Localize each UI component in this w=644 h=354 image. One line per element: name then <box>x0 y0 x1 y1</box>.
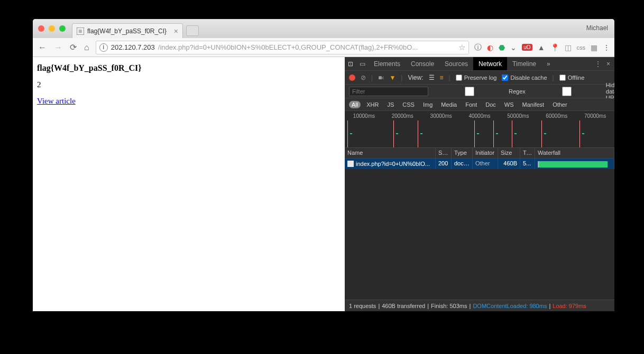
site-info-icon[interactable]: i <box>99 43 108 52</box>
minimize-window-icon[interactable] <box>49 25 55 32</box>
clear-button[interactable]: ⊘ <box>361 74 366 81</box>
tick: 20000ms <box>383 113 422 119</box>
back-button[interactable]: ← <box>37 43 48 52</box>
bookmark-icon[interactable]: ☆ <box>458 43 465 52</box>
status-transferred: 460B transferred <box>382 303 425 309</box>
page-body: flag{W4f_bY_paSS_f0R_CI} 2 View article <box>33 57 345 311</box>
tick: 50000ms <box>499 113 537 119</box>
type-js[interactable]: JS <box>384 101 397 108</box>
type-ws[interactable]: WS <box>502 101 517 108</box>
browser-tab[interactable]: 🗎 flag{W4f_bY_paSS_f0R_CI} × <box>72 23 183 38</box>
ublock-icon[interactable]: ◐ <box>487 43 493 52</box>
status-finish: Finish: 503ms <box>431 303 467 309</box>
tab-bar: 🗎 flag{W4f_bY_paSS_f0R_CI} × Michael <box>33 19 614 38</box>
tick: 70000ms <box>576 113 614 119</box>
url-input[interactable]: i 202.120.7.203/index.php?id=0+UN%0bION+… <box>96 41 470 54</box>
browser-window: 🗎 flag{W4f_bY_paSS_f0R_CI} × Michael ← →… <box>33 19 614 311</box>
address-bar: ← → ⟳ ⌂ i 202.120.7.203/index.php?id=0+U… <box>33 38 614 57</box>
type-xhr[interactable]: XHR <box>364 101 381 108</box>
home-button[interactable]: ⌂ <box>83 43 90 52</box>
ext-icon-3[interactable]: ▦ <box>591 43 597 52</box>
extension-icons: ⓘ ◐ ⬣ ⌄ uO ▲ 📍 ◫ css ▦ ⋮ <box>474 43 610 52</box>
tab-timeline[interactable]: Timeline <box>507 57 541 70</box>
location-icon[interactable]: 📍 <box>550 43 559 52</box>
noscript-icon[interactable]: ⓘ <box>474 43 482 52</box>
tick: 30000ms <box>422 113 461 119</box>
request-table: index.php?id=0+UN%0bIO... 200 docu... Ot… <box>345 159 614 300</box>
waterfall-bar <box>538 161 608 167</box>
pocket-icon[interactable]: ⌄ <box>510 43 517 52</box>
adblock-icon[interactable]: uO <box>522 44 532 51</box>
type-css[interactable]: CSS <box>400 101 417 108</box>
tick: 40000ms <box>461 113 499 119</box>
type-all[interactable]: All <box>349 101 361 108</box>
col-type[interactable]: Type <box>452 148 473 158</box>
timeline-overview[interactable]: 10000ms 20000ms 30000ms 40000ms 50000ms … <box>345 111 614 148</box>
maximize-window-icon[interactable] <box>59 25 66 32</box>
col-status[interactable]: St... <box>436 148 452 158</box>
camera-icon[interactable]: ■‹ <box>378 74 384 81</box>
type-media[interactable]: Media <box>438 101 459 108</box>
req-time: 5... <box>520 159 535 169</box>
ext-icon-1[interactable]: ▲ <box>538 43 545 52</box>
type-manifest[interactable]: Manifest <box>520 101 547 108</box>
url-host: 202.120.7.203 <box>111 43 155 51</box>
req-size: 460B <box>498 159 520 169</box>
record-button[interactable] <box>349 74 355 81</box>
device-toggle-icon[interactable]: ▭ <box>356 60 369 68</box>
page-favicon-icon: 🗎 <box>77 27 84 35</box>
table-row[interactable]: index.php?id=0+UN%0bIO... 200 docu... Ot… <box>345 159 614 169</box>
req-name: index.php?id=0+UN%0bIO... <box>356 161 430 167</box>
tab-network[interactable]: Network <box>473 57 507 70</box>
close-window-icon[interactable] <box>38 25 44 32</box>
devtools-close-icon[interactable]: × <box>606 60 610 68</box>
type-other[interactable]: Other <box>550 101 570 108</box>
menu-icon[interactable]: ⋮ <box>603 43 610 52</box>
view-waterfall-icon[interactable]: ≡ <box>440 74 444 81</box>
element-picker-icon[interactable]: ⊡ <box>345 60 356 68</box>
col-size[interactable]: Size <box>498 148 520 158</box>
page-text: 2 <box>37 80 341 89</box>
view-article-link[interactable]: View article <box>37 97 76 105</box>
css-icon[interactable]: css <box>577 44 586 51</box>
devtools-panel: ⊡ ▭ Elements Console Sources Network Tim… <box>345 57 614 311</box>
req-initiator: Other <box>473 159 498 169</box>
table-header: Name St... Type Initiator Size Ti... Wat… <box>345 148 614 159</box>
type-doc[interactable]: Doc <box>483 101 499 108</box>
privacy-icon[interactable]: ⬣ <box>499 43 505 52</box>
tab-console[interactable]: Console <box>406 57 439 70</box>
col-waterfall[interactable]: Waterfall <box>535 148 614 158</box>
regex-checkbox[interactable]: Regex <box>433 87 526 96</box>
reload-button[interactable]: ⟳ <box>69 42 78 52</box>
col-name[interactable]: Name <box>345 148 436 158</box>
tab-elements[interactable]: Elements <box>369 57 406 70</box>
tab-more[interactable]: » <box>541 57 556 70</box>
url-path: /index.php?id=0+UN%0bION+S%0bELECT+0,GRO… <box>158 43 418 51</box>
preserve-log-checkbox[interactable]: Preserve log <box>456 74 497 81</box>
devtools-tabs: ⊡ ▭ Elements Console Sources Network Tim… <box>345 57 614 71</box>
ext-icon-2[interactable]: ◫ <box>565 43 572 52</box>
view-large-icon[interactable]: ☰ <box>429 74 435 81</box>
type-filters: All XHR JS CSS Img Media Font Doc WS Man… <box>345 98 614 111</box>
type-img[interactable]: Img <box>420 101 435 108</box>
forward-button[interactable]: → <box>53 43 63 52</box>
tab-sources[interactable]: Sources <box>439 57 473 70</box>
new-tab-button[interactable] <box>186 25 199 36</box>
status-load: Load: 979ms <box>553 303 586 309</box>
devtools-menu-icon[interactable]: ⋮ <box>595 60 601 68</box>
col-time[interactable]: Ti... <box>520 148 535 158</box>
offline-checkbox[interactable]: Offline <box>559 74 585 81</box>
profile-name[interactable]: Michael <box>586 24 608 32</box>
tick: 60000ms <box>537 113 576 119</box>
view-label: View: <box>408 74 423 81</box>
tick: 10000ms <box>345 113 383 119</box>
type-font[interactable]: Font <box>463 101 480 108</box>
col-initiator[interactable]: Initiator <box>473 148 498 158</box>
close-tab-icon[interactable]: × <box>174 27 178 35</box>
tab-title: flag{W4f_bY_paSS_f0R_CI} <box>87 27 167 35</box>
filter-input[interactable] <box>349 87 428 96</box>
disable-cache-checkbox[interactable]: Disable cache <box>502 74 547 81</box>
filter-toggle-icon[interactable]: ▼ <box>389 74 395 81</box>
status-bar: 1 requests | 460B transferred | Finish: … <box>345 300 614 311</box>
file-icon <box>347 161 354 167</box>
